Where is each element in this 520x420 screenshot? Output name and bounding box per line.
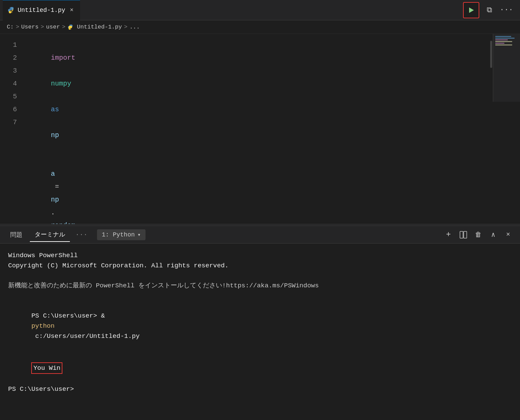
- line-number-7: 7: [0, 116, 17, 129]
- you-win-output: You Win: [31, 362, 62, 374]
- line-number-6: 6: [0, 103, 17, 116]
- tab-filename: Untitled-1.py: [18, 7, 65, 14]
- breadcrumb-sep-4: >: [124, 24, 127, 30]
- editor-tab[interactable]: Untitled-1.py ×: [3, 0, 80, 20]
- new-terminal-button[interactable]: +: [442, 228, 455, 241]
- tab-problems[interactable]: 問題: [5, 228, 27, 242]
- terminal-line-1: Windows PowerShell: [8, 250, 512, 261]
- svg-rect-2: [464, 231, 467, 238]
- line-number-1: 1: [0, 39, 17, 52]
- run-icon: [467, 6, 475, 14]
- terminal-python-selector[interactable]: 1: Python ▾: [97, 229, 146, 240]
- breadcrumb-sep-2: >: [41, 24, 44, 30]
- terminal-blank-2: [8, 291, 512, 300]
- more-actions-button[interactable]: ···: [500, 3, 513, 17]
- line-number-2: 2: [0, 52, 17, 64]
- editor-scrollbar[interactable]: [489, 34, 493, 224]
- code-line-1: import numpy as np: [24, 39, 520, 155]
- split-terminal-button[interactable]: [457, 228, 470, 241]
- minimap-content: [493, 34, 520, 48]
- code-line-2: a = np . random . rand (): [24, 155, 520, 224]
- scrollbar-thumb: [490, 41, 492, 68]
- svg-rect-1: [460, 231, 463, 238]
- split-editor-button[interactable]: ⧉: [483, 3, 496, 17]
- python-tab-icon: [7, 6, 15, 14]
- terminal-panel: 問題 ターミナル ··· 1: Python ▾ + 🗑 ∧ × Windo: [0, 226, 520, 401]
- split-icon: [460, 231, 467, 238]
- breadcrumb-user: user: [46, 24, 60, 30]
- terminal-tab-bar: 問題 ターミナル ··· 1: Python ▾ + 🗑 ∧ ×: [0, 226, 520, 244]
- breadcrumb: C: > Users > user > Untitled-1.py > ...: [0, 20, 520, 34]
- line-number-4: 4: [0, 77, 17, 90]
- keyword-import: import: [51, 54, 75, 62]
- terminal-content[interactable]: Windows PowerShell Copyright (C) Microso…: [0, 244, 520, 401]
- breadcrumb-ellipsis: ...: [130, 24, 140, 30]
- close-panel-button[interactable]: ×: [502, 228, 515, 241]
- breadcrumb-users: Users: [21, 24, 39, 30]
- breadcrumb-python-icon: [68, 24, 74, 30]
- terminal-line-2: Copyright (C) Microsoft Corporation. All…: [8, 261, 512, 271]
- breadcrumb-sep-1: >: [16, 24, 19, 30]
- minimap: [493, 34, 520, 102]
- kill-terminal-button[interactable]: 🗑: [472, 228, 485, 241]
- line-number-3: 3: [0, 64, 17, 77]
- terminal-blank-1: [8, 271, 512, 281]
- tab-close-button[interactable]: ×: [68, 6, 75, 14]
- terminal-selector-label: 1: Python: [102, 231, 135, 238]
- svg-marker-0: [469, 7, 474, 13]
- terminal-more-tabs[interactable]: ···: [73, 229, 90, 240]
- editor-toolbar: ⧉ ···: [463, 2, 513, 18]
- line-numbers: 1 2 3 4 5 6 7: [0, 34, 24, 224]
- breadcrumb-c: C:: [7, 24, 14, 30]
- tab-bar: Untitled-1.py × ⧉ ···: [0, 0, 520, 20]
- chevron-down-icon: ▾: [137, 231, 141, 238]
- breadcrumb-sep-3: >: [62, 24, 65, 30]
- terminal-line-4: 新機能と改善のために最新の PowerShell をインストールしてください!h…: [8, 281, 512, 291]
- run-button[interactable]: [463, 2, 479, 18]
- tab-terminal[interactable]: ターミナル: [30, 228, 70, 242]
- code-content[interactable]: import numpy as np a = np . random . ran…: [24, 34, 520, 224]
- terminal-line-7: You Win: [8, 352, 512, 384]
- terminal-actions: + 🗑 ∧ ×: [442, 228, 515, 241]
- editor-area: 1 2 3 4 5 6 7 import numpy as np a = np …: [0, 34, 520, 224]
- breadcrumb-filename: Untitled-1.py: [77, 24, 122, 30]
- terminal-line-6: PS C:\Users\user> & python c:/Users/user…: [8, 300, 512, 352]
- terminal-line-8: PS C:\Users\user>: [8, 384, 512, 394]
- line-number-5: 5: [0, 90, 17, 103]
- module-numpy: numpy: [51, 80, 71, 88]
- maximize-panel-button[interactable]: ∧: [487, 228, 500, 241]
